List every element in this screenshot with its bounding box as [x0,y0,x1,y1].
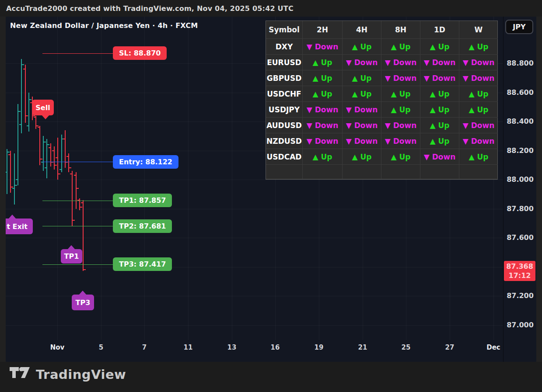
last-price-value: 87.368 [506,262,533,271]
time-tick-label: 16 [271,343,280,351]
matrix-empty-cell [303,165,343,179]
credit-text: AccuTrade2000 created with TradingView.c… [6,4,294,13]
matrix-trend-up-cell: ▲ Up [381,149,420,165]
sell-signal-marker[interactable]: Sell [32,100,54,115]
take-profit-1-label[interactable]: TP1: 87.857 [113,194,172,207]
matrix-trend-down-cell: ▼ Down [420,149,459,165]
symbol-title: New Zealand Dollar / Japanese Yen · 4h ·… [10,21,198,30]
matrix-trend-up-cell: ▲ Up [420,39,459,55]
matrix-empty-cell [381,165,420,179]
tp1-marker-text: TP1 [64,252,79,260]
tp2-text: TP2: 87.681 [113,219,172,233]
take-profit-3-label[interactable]: TP3: 87.417 [113,257,172,271]
bar-countdown: 17:12 [509,271,531,280]
last-price-badge: 87.368 17:12 [504,261,535,281]
price-tick-label: 87.600 [504,233,537,242]
exit-marker-text: t Exit [7,222,28,231]
tp3-marker-text: TP3 [76,298,91,307]
footer-bar: TradingView [0,362,542,392]
matrix-trend-down-cell: ▼ Down [381,133,420,149]
matrix-header-cell: 1D [420,21,459,39]
matrix-trend-down-cell: ▼ Down [303,39,343,55]
matrix-empty-cell [266,165,303,179]
matrix-header-cell: 8H [381,21,420,39]
matrix-trend-down-cell: ▼ Down [459,70,498,86]
matrix-empty-cell [420,165,459,179]
matrix-symbol-cell: USDCHF [266,86,303,102]
currency-button[interactable]: JPY [505,20,533,34]
matrix-trend-up-cell: ▲ Up [303,86,343,102]
matrix-trend-up-cell: ▲ Up [420,133,459,149]
stop-loss-label[interactable]: SL: 88.870 [113,46,167,60]
matrix-trend-down-cell: ▼ Down [303,102,343,118]
matrix-trend-down-cell: ▼ Down [459,118,498,133]
exit-marker[interactable]: t Exit [6,219,33,234]
matrix-empty-cell [343,165,381,179]
matrix-trend-up-cell: ▲ Up [459,86,498,102]
matrix-symbol-cell: USDJPY [266,102,303,118]
matrix-symbol-cell: AUDUSD [266,118,303,133]
matrix-trend-down-cell: ▼ Down [343,55,381,70]
tradingview-logo-icon [10,367,30,382]
price-tick-label: 88.800 [504,59,537,67]
matrix-trend-up-cell: ▲ Up [420,102,459,118]
matrix-trend-down-cell: ▼ Down [459,55,498,70]
matrix-trend-up-cell: ▲ Up [303,70,343,86]
matrix-trend-up-cell: ▲ Up [343,86,381,102]
matrix-trend-down-cell: ▼ Down [459,133,498,149]
time-tick-label: 27 [445,343,455,351]
matrix-symbol-cell: DXY [266,39,303,55]
matrix-trend-up-cell: ▲ Up [459,102,498,118]
pointer-up-icon [79,291,87,295]
time-tick-label: Nov [50,343,65,351]
tradingview-snapshot: AccuTrade2000 created with TradingView.c… [0,0,542,392]
matrix-trend-down-cell: ▼ Down [381,118,420,133]
price-tick-label: 88.200 [504,146,537,155]
matrix-empty-cell [459,165,498,179]
matrix-trend-up-cell: ▲ Up [420,118,459,133]
price-axis[interactable]: JPY 88.80088.60088.40088.20088.00087.800… [503,17,536,362]
matrix-trend-down-cell: ▼ Down [420,55,459,70]
chart-panel: New Zealand Dollar / Japanese Yen · 4h ·… [6,17,536,362]
matrix-trend-up-cell: ▲ Up [381,102,420,118]
tradingview-brand-text: TradingView [36,367,126,382]
pointer-down-icon [42,115,49,119]
tp3-hit-marker[interactable]: TP3 [72,295,94,310]
matrix-trend-up-cell: ▲ Up [420,86,459,102]
sell-marker-text: Sell [35,104,50,112]
matrix-trend-down-cell: ▼ Down [343,133,381,149]
pointer-up-icon [8,215,16,219]
matrix-trend-down-cell: ▼ Down [381,55,420,70]
time-tick-label: 5 [99,343,103,351]
price-tick-label: 87.200 [504,291,537,300]
matrix-symbol-cell: NZDUSD [266,133,303,149]
entry-label[interactable]: Entry: 88.122 [113,155,178,169]
time-tick-label: 19 [315,343,324,351]
tp1-hit-marker[interactable]: TP1 [61,249,82,264]
matrix-symbol-cell: GBPUSD [266,70,303,86]
price-tick-label: 87.800 [504,205,537,213]
entry-text: Entry: 88.122 [113,155,178,169]
pointer-up-icon [67,245,75,250]
matrix-trend-up-cell: ▲ Up [459,149,498,165]
credit-bar: AccuTrade2000 created with TradingView.c… [0,0,542,17]
matrix-trend-down-cell: ▼ Down [303,133,343,149]
time-tick-label: 13 [227,343,237,351]
matrix-trend-down-cell: ▼ Down [303,118,343,133]
matrix-trend-up-cell: ▲ Up [343,39,381,55]
matrix-trend-up-cell: ▲ Up [459,39,498,55]
time-tick-label: 7 [142,343,147,351]
matrix-trend-up-cell: ▲ Up [343,70,381,86]
price-tick-label: 87.000 [504,321,537,329]
tp3-text: TP3: 87.417 [113,257,172,271]
matrix-trend-up-cell: ▲ Up [343,149,381,165]
matrix-trend-down-cell: ▼ Down [420,70,459,86]
time-tick-label: 11 [184,343,193,351]
matrix-trend-up-cell: ▲ Up [381,39,420,55]
matrix-symbol-cell: EURUSD [266,55,303,70]
matrix-trend-up-cell: ▲ Up [303,149,343,165]
matrix-header-cell: 2H [303,21,343,39]
take-profit-2-label[interactable]: TP2: 87.681 [113,219,172,233]
time-tick-label: 25 [402,343,411,351]
tradingview-logo[interactable]: TradingView [10,367,126,382]
